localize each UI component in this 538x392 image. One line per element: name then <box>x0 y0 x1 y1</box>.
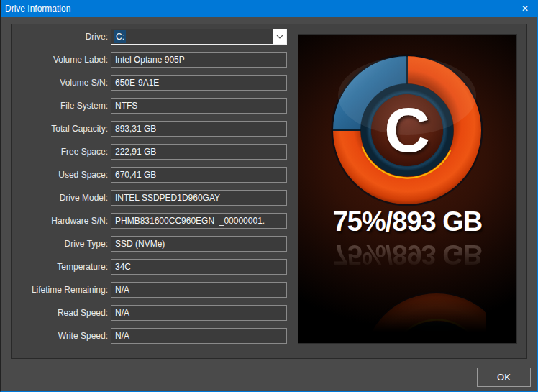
close-icon: ✕ <box>521 4 529 14</box>
used-space-field[interactable]: 670,41 GB <box>111 167 287 183</box>
main-panel: Drive: C: Volume Label: Intel Optane 905… <box>11 24 527 359</box>
drive-model-label: Drive Model: <box>14 190 108 206</box>
disk-usage-donut: C <box>328 51 486 209</box>
close-button[interactable]: ✕ <box>513 0 537 17</box>
free-space-field[interactable]: 222,91 GB <box>111 144 287 160</box>
drive-letter: C <box>384 94 430 165</box>
drive-information-dialog: Drive Information ✕ Drive: C: Volume Lab… <box>0 0 538 392</box>
volume-sn-field[interactable]: 650E-9A1E <box>111 75 287 91</box>
temperature-field[interactable]: 34C <box>111 259 287 275</box>
drive-usage-graphic: C 75%/893 GB 75%/893 GB <box>298 34 517 344</box>
window-title: Drive Information <box>1 4 513 14</box>
drive-type-field[interactable]: SSD (NVMe) <box>111 236 287 252</box>
titlebar: Drive Information ✕ <box>1 0 537 17</box>
free-space-label: Free Space: <box>14 144 108 160</box>
read-speed-label: Read Speed: <box>14 305 108 321</box>
drive-label: Drive: <box>14 29 108 45</box>
file-system-label: File System: <box>14 98 108 114</box>
lifetime-remaining-label: Lifetime Remaining: <box>14 282 108 298</box>
drive-type-label: Drive Type: <box>14 236 108 252</box>
lifetime-remaining-field[interactable]: N/A <box>111 282 287 298</box>
volume-label-label: Volume Label: <box>14 52 108 68</box>
hardware-sn-field[interactable]: PHMB831600CC960EGN _00000001. <box>111 213 287 229</box>
write-speed-label: Write Speed: <box>14 328 108 344</box>
donut-reflection: C <box>328 272 486 344</box>
drive-combobox[interactable]: C: <box>111 29 287 45</box>
drive-model-field[interactable]: INTEL SSDPED1D960GAY <box>111 190 287 206</box>
drive-letter: C <box>414 332 460 344</box>
volume-label-field[interactable]: Intel Optane 905P <box>111 52 287 68</box>
write-speed-field[interactable]: N/A <box>111 328 287 344</box>
chevron-down-icon[interactable] <box>273 29 286 44</box>
usage-summary-text: 75%/893 GB <box>298 206 516 237</box>
disk-usage-donut: C <box>357 288 486 344</box>
temperature-label: Temperature: <box>14 259 108 275</box>
volume-sn-label: Volume S/N: <box>14 75 108 91</box>
total-capacity-field[interactable]: 893,31 GB <box>111 121 287 137</box>
drive-selected-value: C: <box>114 30 126 43</box>
total-capacity-label: Total Capacity: <box>14 121 108 137</box>
file-system-field[interactable]: NTFS <box>111 98 287 114</box>
ok-button-label: OK <box>497 372 511 383</box>
ok-button[interactable]: OK <box>477 368 531 387</box>
hardware-sn-label: Hardware S/N: <box>14 213 108 229</box>
usage-text-reflection: 75%/893 GB <box>298 239 516 272</box>
read-speed-field[interactable]: N/A <box>111 305 287 321</box>
used-space-label: Used Space: <box>14 167 108 183</box>
